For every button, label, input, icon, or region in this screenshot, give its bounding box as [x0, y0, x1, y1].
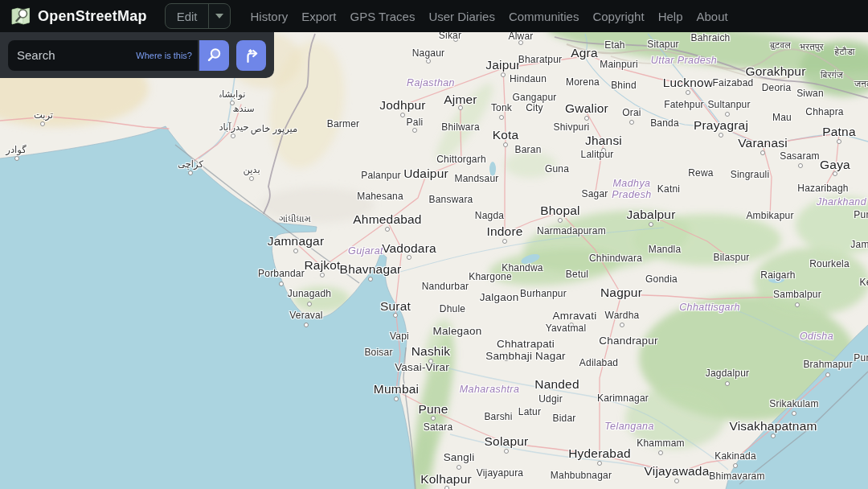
top-navbar: OpenStreetMap Edit HistoryExportGPS Trac…: [0, 0, 868, 32]
nav-link-gps-traces[interactable]: GPS Traces: [350, 10, 416, 23]
edit-dropdown-toggle[interactable]: [208, 4, 230, 28]
directions-button[interactable]: [236, 40, 266, 71]
search-icon: [206, 47, 223, 64]
nav-link-user-diaries[interactable]: User Diaries: [428, 10, 495, 23]
nav-links: HistoryExportGPS TracesUser DiariesCommu…: [250, 10, 727, 23]
nav-link-communities[interactable]: Communities: [509, 10, 579, 23]
nav-link-copyright[interactable]: Copyright: [592, 10, 644, 23]
edit-split-button[interactable]: Edit: [165, 3, 231, 29]
nav-link-history[interactable]: History: [250, 10, 288, 23]
nav-link-help[interactable]: Help: [658, 10, 683, 23]
chevron-down-icon: [215, 14, 223, 18]
edit-button[interactable]: Edit: [166, 4, 209, 28]
search-box[interactable]: Where is this?: [8, 40, 198, 71]
openstreetmap-app: SikarAlwarNagaurJaipurBharatpurAgraEtahS…: [0, 0, 868, 489]
search-panel: Where is this?: [0, 32, 274, 78]
search-button[interactable]: [199, 40, 229, 71]
nav-link-about[interactable]: About: [696, 10, 727, 23]
directions-route-icon: [243, 47, 260, 64]
nav-link-export[interactable]: Export: [301, 10, 336, 23]
where-is-this-link[interactable]: Where is this?: [136, 51, 192, 60]
openstreetmap-logo-icon: [10, 6, 31, 27]
brand-title: OpenStreetMap: [38, 8, 147, 25]
